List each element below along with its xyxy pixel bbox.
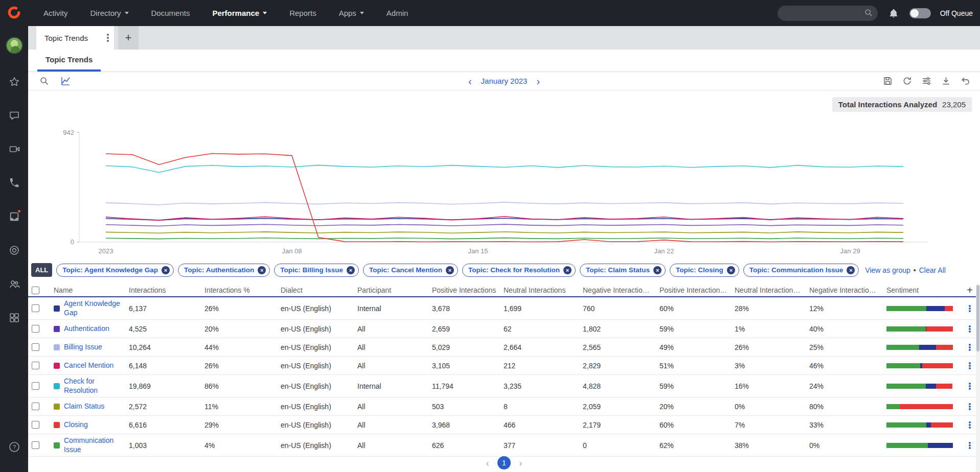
column-header-1-interactions[interactable]: Interactions xyxy=(129,286,204,294)
dialect-cell: en-US (English) xyxy=(281,441,357,450)
row-checkbox[interactable] xyxy=(32,403,39,410)
support-icon[interactable] xyxy=(0,233,28,267)
topic-name-link[interactable]: Billing Issue xyxy=(64,343,102,352)
global-search xyxy=(778,6,878,21)
row-checkbox[interactable] xyxy=(32,304,39,312)
favorites-star-icon[interactable] xyxy=(0,65,28,99)
column-header-8-positive-interaction[interactable]: Positive Interaction… xyxy=(659,286,735,294)
column-header-2-interactions[interactable]: Interactions % xyxy=(204,286,281,294)
topic-name-link[interactable]: Communication Issue xyxy=(64,436,126,454)
remove-chip-icon[interactable]: × xyxy=(727,266,735,274)
row-checkbox[interactable] xyxy=(32,325,39,333)
column-header-5-positive-interactions[interactable]: Positive Interactions xyxy=(432,286,504,294)
filter-chip-topic-claim-status[interactable]: Topic: Claim Status× xyxy=(580,264,666,277)
remove-chip-icon[interactable]: × xyxy=(563,266,572,274)
filter-chip-topic-closing[interactable]: Topic: Closing× xyxy=(670,264,739,277)
negative-pct-cell: 40% xyxy=(809,325,886,333)
current-page-button[interactable]: 1 xyxy=(497,456,511,469)
topic-name-link[interactable]: Claim Status xyxy=(64,402,104,411)
help-icon[interactable]: ? xyxy=(0,441,28,453)
column-header-7-negative-interactio[interactable]: Negative Interactio… xyxy=(583,286,659,294)
filter-chip-topic-cancel-mention[interactable]: Topic: Cancel Mention× xyxy=(363,264,458,277)
filter-chip-topic-communication-issue[interactable]: Topic: Communication Issue× xyxy=(743,264,859,277)
participant-cell: Internal xyxy=(357,304,432,313)
phone-icon[interactable] xyxy=(0,166,28,200)
line-chart-toggle-icon[interactable] xyxy=(59,75,72,88)
column-header-3-dialect[interactable]: Dialect xyxy=(281,286,357,294)
negative-interactions-cell: 4,828 xyxy=(583,382,659,390)
nav-item-label: Activity xyxy=(43,9,68,17)
row-checkbox[interactable] xyxy=(32,362,39,369)
save-view-icon[interactable] xyxy=(881,75,894,88)
row-checkbox[interactable] xyxy=(32,382,39,390)
queue-status-toggle[interactable] xyxy=(909,8,931,18)
user-avatar[interactable] xyxy=(6,37,23,54)
column-header-9-neutral-interaction[interactable]: Neutral Interaction… xyxy=(735,286,809,294)
column-header-0-name[interactable]: Name xyxy=(43,286,129,294)
search-input[interactable] xyxy=(778,6,878,21)
remove-chip-icon[interactable]: × xyxy=(446,266,454,274)
scrollbar-thumb[interactable] xyxy=(976,285,979,351)
sentiment-negative-segment xyxy=(926,326,953,332)
view-as-group-link[interactable]: View as group xyxy=(865,266,910,274)
inbox-icon[interactable] xyxy=(0,200,28,233)
notification-dot xyxy=(17,209,21,214)
row-checkbox[interactable] xyxy=(32,421,39,429)
notifications-bell-icon[interactable] xyxy=(887,7,900,20)
tab-menu-icon[interactable] xyxy=(107,26,109,50)
nav-item-directory[interactable]: Directory xyxy=(90,9,129,17)
column-header-11-sentiment[interactable]: Sentiment xyxy=(886,286,960,294)
sentiment-cell xyxy=(886,422,960,428)
apps-grid-icon[interactable] xyxy=(0,301,28,335)
remove-chip-icon[interactable]: × xyxy=(653,266,662,274)
remove-chip-icon[interactable]: × xyxy=(347,266,355,274)
chat-icon[interactable] xyxy=(0,99,28,132)
next-page-icon[interactable]: › xyxy=(519,457,522,469)
column-header-6-neutral-interactions[interactable]: Neutral Interactions xyxy=(504,286,583,294)
topic-name-cell: Cancel Mention xyxy=(43,359,129,372)
column-header-10-negative-interactio[interactable]: Negative Interactio… xyxy=(809,286,886,294)
topic-name-link[interactable]: Cancel Mention xyxy=(64,361,113,370)
filter-chip-topic-billing-issue[interactable]: Topic: Billing Issue× xyxy=(274,264,359,277)
sentiment-neutral-segment xyxy=(919,345,937,350)
download-icon[interactable] xyxy=(939,75,952,88)
chevron-down-icon xyxy=(125,12,129,14)
filter-chip-topic-agent-knowledge-gap[interactable]: Topic: Agent Knowledge Gap× xyxy=(56,264,174,277)
video-icon[interactable] xyxy=(0,132,28,166)
all-filter-button[interactable]: ALL xyxy=(31,263,52,277)
refresh-icon[interactable] xyxy=(900,75,914,88)
nav-item-apps[interactable]: Apps xyxy=(339,9,364,17)
add-tab-button[interactable]: + xyxy=(118,26,139,50)
remove-chip-icon[interactable]: × xyxy=(847,266,855,274)
filter-chip-topic-authentication[interactable]: Topic: Authentication× xyxy=(178,264,270,277)
nav-item-performance[interactable]: Performance xyxy=(212,9,267,17)
topic-name-link[interactable]: Agent Knowledge Gap xyxy=(64,299,126,317)
date-range-label[interactable]: January 2023 xyxy=(481,77,528,85)
next-month-icon[interactable]: › xyxy=(534,76,542,86)
sentiment-bar xyxy=(886,443,953,448)
row-checkbox[interactable] xyxy=(32,343,39,351)
tab-topic-trends[interactable]: Topic Trends xyxy=(36,26,114,50)
nav-item-documents[interactable]: Documents xyxy=(151,9,190,17)
undo-icon[interactable] xyxy=(959,75,972,88)
select-all-checkbox[interactable] xyxy=(32,287,39,294)
subtab-topic-trends[interactable]: Topic Trends xyxy=(37,50,101,72)
remove-chip-icon[interactable]: × xyxy=(258,266,266,274)
vertical-scrollbar[interactable] xyxy=(976,284,980,472)
search-icon[interactable] xyxy=(37,75,51,88)
topic-name-link[interactable]: Closing xyxy=(64,420,88,430)
contacts-icon[interactable] xyxy=(0,267,28,301)
column-settings-icon[interactable] xyxy=(920,75,933,88)
nav-item-admin[interactable]: Admin xyxy=(386,9,408,17)
filter-chip-topic-check-for-resolution[interactable]: Topic: Check for Resolution× xyxy=(462,264,576,277)
clear-all-link[interactable]: Clear All xyxy=(919,266,946,274)
column-header-4-participant[interactable]: Participant xyxy=(357,286,432,294)
topic-name-link[interactable]: Authentication xyxy=(64,324,109,334)
row-checkbox[interactable] xyxy=(32,441,39,449)
remove-chip-icon[interactable]: × xyxy=(162,266,170,274)
topic-name-link[interactable]: Check for Resolution xyxy=(64,377,126,395)
nav-item-reports[interactable]: Reports xyxy=(289,9,316,17)
prev-page-icon[interactable]: ‹ xyxy=(486,457,489,469)
nav-item-activity[interactable]: Activity xyxy=(43,9,68,17)
prev-month-icon[interactable]: ‹ xyxy=(466,76,474,86)
